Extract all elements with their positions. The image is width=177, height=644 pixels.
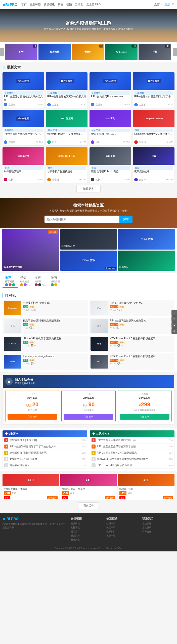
thumb-label: Embedded 广告 [58, 154, 75, 158]
tab-poster[interactable]: 海报 海报设计 +11 [32, 275, 48, 288]
hot-item[interactable]: 2 RiPro主题如何完制好了了了了的办公文件 145 [3, 444, 87, 450]
hot-item[interactable]: 1 RiPro主题是近年来最好的主题工具 310 [90, 437, 174, 444]
article-meta: 主题君 👁 105 [4, 103, 43, 106]
hot-item[interactable]: 4 iPad Pro 1.0 4K展示素材 100 [3, 456, 87, 462]
footer-link[interactable]: 免责声明 [106, 526, 139, 529]
tab-comic[interactable]: 漫画 漫画插图 [48, 275, 62, 288]
rec-card[interactable]: RiPro Prepare your design feature... 免费 … [3, 353, 88, 370]
article-card[interactable]: Mac 工具 Mac工具 Mac 上常用下载工具... 站长 👁 350 [90, 110, 131, 145]
plan-price-wrap: ¥ 299 [120, 401, 169, 408]
tab-recommended[interactable]: 推荐 推荐资源 [3, 275, 18, 288]
featured-item[interactable]: RiPro 教程 Complete [60, 251, 117, 271]
flash-card[interactable]: ¥20 综合素材合集 ¥ 20 ¥80 秒杀 立即抢购 [118, 474, 174, 500]
login-button[interactable]: 太空人 [154, 3, 162, 6]
featured-thumb: RiPro 教程 [118, 229, 175, 249]
view-count: 👁 120 [110, 309, 116, 311]
article-card[interactable]: 日剧资源 资源 日剧 在哪里Rubook 资源... 站长 👁 300 [90, 147, 131, 183]
view-more-button[interactable]: 更多活动 [78, 502, 99, 509]
nav-tags[interactable]: 主题标签 [30, 3, 41, 6]
footer-link[interactable]: 插图资源 [71, 534, 103, 537]
article-card[interactable]: ABC 源篮网 素材资源 如 WordPress中还应用 press... 站长… [46, 110, 87, 145]
carousel-arrow-left[interactable]: ‹ [0, 48, 4, 56]
side-btn-favorite[interactable]: ♡ [171, 316, 177, 322]
search-button[interactable]: 搜索 [119, 216, 132, 223]
rec-card[interactable]: iPad RiPro主题添加的APP提供元... 积分: 10 样机 👁 120… [89, 300, 174, 316]
load-more-button[interactable]: 加载更多 [76, 185, 101, 192]
article-card[interactable]: Embedded 广告 教程 谷歌手机广告消费通道 管理员 👁 267 [46, 147, 87, 183]
article-card[interactable]: Complete Anatomy 医疗 Complete Anatomy 201… [133, 110, 174, 145]
carousel-item[interactable]: 图库素材 [38, 44, 71, 60]
flash-card[interactable]: ¥10 宇智波手机壳-中秋出版 ¥ 10 ¥50 秒杀 立即抢购 [3, 474, 59, 500]
rec-section-title: 同 样机 [3, 293, 174, 298]
search-input[interactable] [45, 216, 119, 223]
carousel-item[interactable]: Embedded +15 [105, 44, 138, 60]
flash-price-tag: ¥ 10 [4, 491, 11, 495]
footer-link[interactable]: 商务合作 [142, 530, 174, 533]
footer-link[interactable]: 意见反馈 [142, 526, 174, 529]
comment-count: 💬 19 [31, 309, 37, 311]
nav-pro[interactable]: 云上传PRO [86, 3, 101, 6]
featured-item-large[interactable]: 日主题与绝特款机 样机特款 [2, 229, 59, 271]
article-card[interactable]: 夜景 摄影 夜景摄影技法 摄影师 👁 445 [133, 147, 174, 183]
rec-card[interactable]: Embedded 宇智波手机壳 [免责下载] 免费 样机 👁 166 💬 19 [3, 300, 88, 316]
carousel-item[interactable]: 素材包 +1 [72, 44, 104, 60]
tab-mockup[interactable]: 样机 样机资源 +1 [18, 275, 32, 288]
avatar [47, 103, 51, 106]
nav-plugins[interactable]: 插图 [58, 3, 63, 6]
side-btn-settings[interactable]: ◎ [171, 328, 177, 334]
featured-item[interactable]: RiPro 教程 [118, 229, 175, 250]
footer-link[interactable]: 图库素材 [71, 530, 103, 533]
article-card[interactable]: RiPro 教程 主题教程 RiPro主题添加留言板的文章分类文章 主题君 👁 … [3, 72, 44, 108]
flash-price-wrap: ¥ 10 ¥60 [62, 491, 115, 495]
carousel-item[interactable]: PPT +3 [5, 44, 37, 60]
rec-card[interactable]: iPhone iPhone XR 样机展示 正版免费素材 免费 样机 👁 200… [3, 336, 88, 352]
footer-link[interactable]: 关于本站 [106, 534, 139, 537]
article-card[interactable]: RiPro 教程 主题教程 RiPro如何使用Fontawesome... 主题… [90, 72, 131, 108]
footer-link[interactable]: 素材下载 [71, 526, 103, 529]
flash-card[interactable]: ¥10 大型素材资源-中秋展示 ¥ 10 ¥60 秒杀 立即抢购 [60, 474, 117, 500]
featured-item[interactable]: 显示超级APP [60, 229, 117, 250]
hot-col-title-2: ◆ 主题相关 ▾ [90, 430, 174, 437]
register-button[interactable]: 注册 [164, 3, 170, 6]
article-card[interactable]: RiPro 教程 主题教程 RiPro主题主题资源网海淘交易文件 主题君 👁 8… [46, 72, 87, 108]
carousel-item[interactable]: 样机 +11 [139, 44, 171, 60]
flash-buy-button[interactable]: 立即抢购 [105, 496, 115, 499]
article-card[interactable]: 联系互联网 资讯 别样互联的联系 站长 👁 189 [3, 147, 44, 183]
carousel-arrow-right[interactable]: › [173, 48, 177, 56]
plan-buy-button[interactable]: 立即购买 [8, 414, 57, 420]
footer-link[interactable]: 资源商城 [71, 522, 103, 525]
side-btn-top[interactable]: ↑ [171, 310, 177, 316]
flash-buy-button[interactable]: 立即抢购 [47, 496, 58, 499]
hot-item[interactable]: 4 利用WordPress创建资源类网站Awesome插件 230 [90, 456, 174, 462]
hot-item[interactable]: 5 精品素材资源展示 89 [3, 462, 87, 469]
nav-cloud[interactable]: 云桌面 [75, 3, 83, 6]
side-btn-cloud[interactable]: ☁ [171, 322, 177, 328]
featured-item[interactable]: 精选图库 [118, 251, 175, 271]
article-info: 资源 日剧 在哪里Rubook 资源... 站长 👁 300 [90, 165, 131, 183]
article-card[interactable]: RiPro 教程 主题教程 RiPro主题多个模板如文章支持了... 主题君 👁… [3, 110, 44, 145]
footer-link[interactable]: 在线客服 [142, 522, 174, 525]
footer-link[interactable]: 联系我们 [106, 530, 139, 533]
plan-buy-button-theme[interactable]: 立即购买 [120, 414, 169, 420]
hot-item[interactable]: 1 宇智波手机壳 [免责下载] 166 [3, 437, 87, 444]
nav-resources[interactable]: 资源模板 [44, 3, 55, 6]
rec-card[interactable]: 瓶子 RiPro主题下载资源网站积分通知 积分: 20 样机 👁 99 💬 7 [89, 318, 174, 334]
hot-item[interactable]: 5 RiPro Pro 1.4主题展示资源素材 199 [90, 462, 174, 469]
hot-item[interactable]: 3 金融股份机 (高清晰商品高清展示) 120 [3, 450, 87, 456]
logo[interactable]: ◆ Ri PRO [3, 3, 17, 7]
nav-video[interactable]: 视频 [66, 3, 72, 6]
plan-buy-button-vip[interactable]: 立即购买 [64, 414, 113, 420]
price-tag: 免费 [23, 305, 28, 308]
rec-card[interactable]: 提包 精品手提包(高清晰商品高清展示) 免费 样机 👁 88 💬 5 [3, 318, 88, 334]
user-icon[interactable]: ♡ [172, 3, 174, 6]
rec-card[interactable]: NTD NTD iPhone Pro 1.0 标准机样机积分展示 积分: 30 … [89, 353, 174, 370]
footer-link[interactable]: 使用条款 [106, 522, 139, 525]
article-card[interactable]: RiPro 教程 主题教程 RiPro主题如何里显示列出了了小... 主题君 👁… [133, 72, 174, 108]
hot-item[interactable]: 3 RiPro主题主题版本1.4主题更新日志 256 [90, 450, 174, 456]
flash-buy-button[interactable]: 立即抢购 [163, 496, 173, 499]
hot-item[interactable]: 2 RiPro主题主题是最新资源展示主题 280 [90, 444, 174, 450]
rec-card[interactable]: 钢琴 NTD iPhone Pro 1.0 标准机样机积分展示 积分: 30 样… [89, 336, 174, 352]
price-tag: 积分: 20 [110, 323, 118, 326]
nav-home[interactable]: 首页 [21, 3, 27, 6]
footer-link[interactable]: 云端桌面 [71, 538, 103, 541]
